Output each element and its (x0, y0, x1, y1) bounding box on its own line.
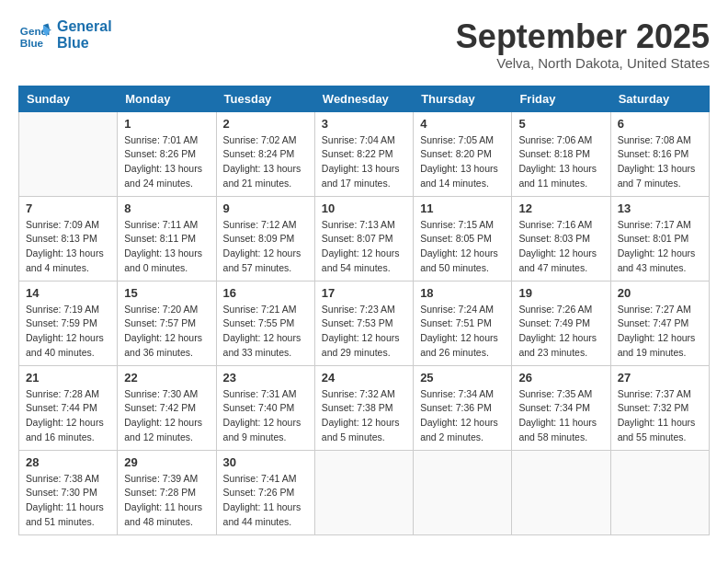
day-info: Sunrise: 7:15 AM Sunset: 8:05 PM Dayligh… (420, 218, 505, 276)
calendar-cell: 15Sunrise: 7:20 AM Sunset: 7:57 PM Dayli… (118, 281, 216, 365)
day-number: 28 (26, 455, 110, 469)
calendar-cell: 25Sunrise: 7:34 AM Sunset: 7:36 PM Dayli… (414, 365, 512, 450)
day-number: 27 (618, 371, 702, 385)
day-number: 22 (124, 371, 209, 385)
day-number: 3 (322, 117, 406, 131)
weekday-header-tuesday: Tuesday (216, 86, 314, 111)
title-block: September 2025 Velva, North Dakota, Unit… (456, 18, 710, 71)
day-number: 20 (618, 286, 702, 300)
week-row-4: 21Sunrise: 7:28 AM Sunset: 7:44 PM Dayli… (19, 365, 710, 450)
week-row-3: 14Sunrise: 7:19 AM Sunset: 7:59 PM Dayli… (19, 281, 710, 365)
day-info: Sunrise: 7:01 AM Sunset: 8:26 PM Dayligh… (124, 133, 209, 191)
svg-text:Blue: Blue (20, 37, 44, 49)
day-number: 7 (26, 201, 110, 215)
calendar-cell: 7Sunrise: 7:09 AM Sunset: 8:13 PM Daylig… (19, 196, 118, 281)
calendar-cell: 21Sunrise: 7:28 AM Sunset: 7:44 PM Dayli… (19, 365, 118, 450)
calendar-cell: 12Sunrise: 7:16 AM Sunset: 8:03 PM Dayli… (512, 196, 610, 281)
calendar-cell (610, 450, 709, 534)
day-info: Sunrise: 7:09 AM Sunset: 8:13 PM Dayligh… (26, 218, 110, 276)
day-info: Sunrise: 7:05 AM Sunset: 8:20 PM Dayligh… (420, 133, 505, 191)
day-number: 2 (223, 117, 308, 131)
calendar-cell (19, 111, 118, 196)
day-number: 26 (518, 371, 603, 385)
day-info: Sunrise: 7:39 AM Sunset: 7:28 PM Dayligh… (124, 472, 209, 530)
calendar-cell: 2Sunrise: 7:02 AM Sunset: 8:24 PM Daylig… (216, 111, 314, 196)
day-info: Sunrise: 7:08 AM Sunset: 8:16 PM Dayligh… (618, 133, 702, 191)
day-number: 24 (322, 371, 406, 385)
weekday-header-friday: Friday (512, 86, 610, 111)
calendar-cell: 29Sunrise: 7:39 AM Sunset: 7:28 PM Dayli… (118, 450, 216, 534)
day-info: Sunrise: 7:12 AM Sunset: 8:09 PM Dayligh… (223, 218, 308, 276)
day-number: 13 (618, 201, 702, 215)
day-info: Sunrise: 7:21 AM Sunset: 7:55 PM Dayligh… (223, 303, 308, 361)
location: Velva, North Dakota, United States (456, 55, 710, 71)
weekday-header-thursday: Thursday (414, 86, 512, 111)
day-number: 8 (124, 201, 209, 215)
day-info: Sunrise: 7:13 AM Sunset: 8:07 PM Dayligh… (322, 218, 406, 276)
calendar-cell (414, 450, 512, 534)
calendar-cell (512, 450, 610, 534)
day-info: Sunrise: 7:06 AM Sunset: 8:18 PM Dayligh… (518, 133, 603, 191)
day-info: Sunrise: 7:23 AM Sunset: 7:53 PM Dayligh… (322, 303, 406, 361)
day-info: Sunrise: 7:32 AM Sunset: 7:38 PM Dayligh… (322, 387, 406, 445)
day-info: Sunrise: 7:17 AM Sunset: 8:01 PM Dayligh… (618, 218, 702, 276)
calendar-cell: 19Sunrise: 7:26 AM Sunset: 7:49 PM Dayli… (512, 281, 610, 365)
day-info: Sunrise: 7:04 AM Sunset: 8:22 PM Dayligh… (322, 133, 406, 191)
calendar-cell: 3Sunrise: 7:04 AM Sunset: 8:22 PM Daylig… (314, 111, 413, 196)
day-number: 25 (420, 371, 505, 385)
day-info: Sunrise: 7:16 AM Sunset: 8:03 PM Dayligh… (518, 218, 603, 276)
calendar-cell: 18Sunrise: 7:24 AM Sunset: 7:51 PM Dayli… (414, 281, 512, 365)
day-number: 4 (420, 117, 505, 131)
calendar-cell: 13Sunrise: 7:17 AM Sunset: 8:01 PM Dayli… (610, 196, 709, 281)
calendar-cell: 10Sunrise: 7:13 AM Sunset: 8:07 PM Dayli… (314, 196, 413, 281)
weekday-header-monday: Monday (118, 86, 216, 111)
day-info: Sunrise: 7:37 AM Sunset: 7:32 PM Dayligh… (618, 387, 702, 445)
day-number: 15 (124, 286, 209, 300)
day-number: 16 (223, 286, 308, 300)
week-row-2: 7Sunrise: 7:09 AM Sunset: 8:13 PM Daylig… (19, 196, 710, 281)
weekday-header-row: SundayMondayTuesdayWednesdayThursdayFrid… (19, 86, 710, 111)
calendar-cell: 26Sunrise: 7:35 AM Sunset: 7:34 PM Dayli… (512, 365, 610, 450)
day-info: Sunrise: 7:02 AM Sunset: 8:24 PM Dayligh… (223, 133, 308, 191)
calendar-cell: 27Sunrise: 7:37 AM Sunset: 7:32 PM Dayli… (610, 365, 709, 450)
day-number: 30 (223, 455, 308, 469)
calendar-cell (314, 450, 413, 534)
logo-icon: General Blue (18, 18, 51, 52)
page-header: General Blue General Blue September 2025… (18, 18, 710, 71)
day-number: 1 (124, 117, 209, 131)
day-info: Sunrise: 7:41 AM Sunset: 7:26 PM Dayligh… (223, 472, 308, 530)
day-info: Sunrise: 7:27 AM Sunset: 7:47 PM Dayligh… (618, 303, 702, 361)
logo-line1: General (57, 18, 112, 35)
day-info: Sunrise: 7:28 AM Sunset: 7:44 PM Dayligh… (26, 387, 110, 445)
day-number: 29 (124, 455, 209, 469)
day-info: Sunrise: 7:24 AM Sunset: 7:51 PM Dayligh… (420, 303, 505, 361)
day-number: 19 (518, 286, 603, 300)
day-number: 17 (322, 286, 406, 300)
day-number: 10 (322, 201, 406, 215)
day-number: 18 (420, 286, 505, 300)
calendar-cell: 1Sunrise: 7:01 AM Sunset: 8:26 PM Daylig… (118, 111, 216, 196)
day-number: 5 (518, 117, 603, 131)
calendar-cell: 24Sunrise: 7:32 AM Sunset: 7:38 PM Dayli… (314, 365, 413, 450)
day-info: Sunrise: 7:31 AM Sunset: 7:40 PM Dayligh… (223, 387, 308, 445)
day-number: 12 (518, 201, 603, 215)
day-info: Sunrise: 7:38 AM Sunset: 7:30 PM Dayligh… (26, 472, 110, 530)
day-info: Sunrise: 7:20 AM Sunset: 7:57 PM Dayligh… (124, 303, 209, 361)
logo: General Blue General Blue (18, 18, 112, 52)
day-number: 9 (223, 201, 308, 215)
calendar-cell: 9Sunrise: 7:12 AM Sunset: 8:09 PM Daylig… (216, 196, 314, 281)
calendar-cell: 14Sunrise: 7:19 AM Sunset: 7:59 PM Dayli… (19, 281, 118, 365)
calendar-table: SundayMondayTuesdayWednesdayThursdayFrid… (18, 86, 710, 535)
day-number: 21 (26, 371, 110, 385)
calendar-cell: 30Sunrise: 7:41 AM Sunset: 7:26 PM Dayli… (216, 450, 314, 534)
calendar-cell: 28Sunrise: 7:38 AM Sunset: 7:30 PM Dayli… (19, 450, 118, 534)
day-number: 6 (618, 117, 702, 131)
calendar-cell: 5Sunrise: 7:06 AM Sunset: 8:18 PM Daylig… (512, 111, 610, 196)
calendar-cell: 22Sunrise: 7:30 AM Sunset: 7:42 PM Dayli… (118, 365, 216, 450)
day-number: 11 (420, 201, 505, 215)
calendar-cell: 20Sunrise: 7:27 AM Sunset: 7:47 PM Dayli… (610, 281, 709, 365)
calendar-cell: 11Sunrise: 7:15 AM Sunset: 8:05 PM Dayli… (414, 196, 512, 281)
day-info: Sunrise: 7:11 AM Sunset: 8:11 PM Dayligh… (124, 218, 209, 276)
day-info: Sunrise: 7:26 AM Sunset: 7:49 PM Dayligh… (518, 303, 603, 361)
day-info: Sunrise: 7:35 AM Sunset: 7:34 PM Dayligh… (518, 387, 603, 445)
